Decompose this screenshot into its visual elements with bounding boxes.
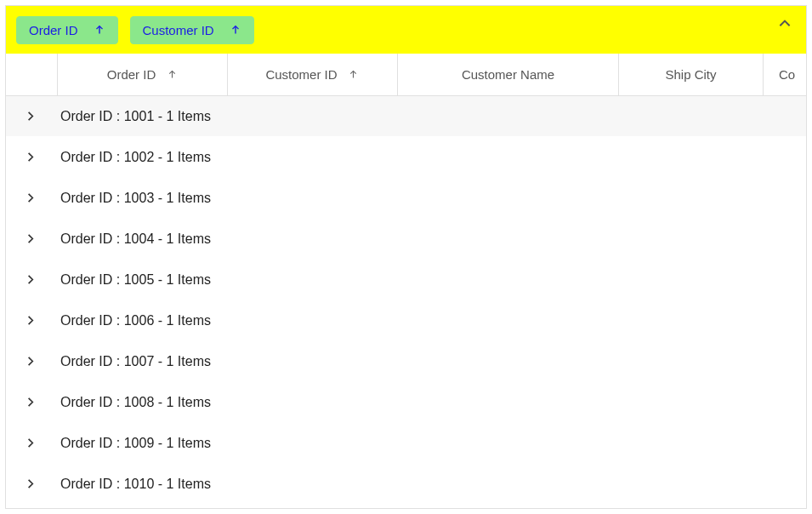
sort-asc-icon <box>348 69 360 81</box>
expand-toggle[interactable] <box>6 396 54 409</box>
group-row[interactable]: Order ID : 1002 - 1 Items <box>6 137 806 178</box>
expand-toggle[interactable] <box>6 191 54 205</box>
column-header-label: Order ID <box>107 67 156 82</box>
chevron-right-icon <box>23 437 37 450</box>
group-caption: Order ID : 1009 - 1 Items <box>54 436 806 451</box>
group-indent-cell <box>31 54 57 95</box>
expand-toggle[interactable] <box>6 151 54 164</box>
group-row[interactable]: Order ID : 1004 - 1 Items <box>6 219 806 260</box>
group-row[interactable]: Order ID : 1003 - 1 Items <box>6 178 806 219</box>
column-header-row: Order ID Customer ID Customer Name Ship … <box>6 54 806 96</box>
group-row[interactable]: Order ID : 1010 - 1 Items <box>6 464 806 505</box>
sort-asc-icon <box>230 24 241 36</box>
group-chip-order-id[interactable]: Order ID <box>16 16 118 44</box>
group-caption: Order ID : 1005 - 1 Items <box>54 272 806 288</box>
chevron-right-icon <box>23 232 37 246</box>
data-grid: Order ID Customer ID Order ID <box>5 5 807 509</box>
column-header-customer-name[interactable]: Customer Name <box>397 54 618 95</box>
group-row[interactable]: Order ID : 1009 - 1 Items <box>6 423 806 464</box>
chevron-right-icon <box>23 477 37 491</box>
chevron-right-icon <box>23 396 37 409</box>
column-header-country[interactable]: Co <box>763 54 807 95</box>
group-row[interactable]: Order ID : 1008 - 1 Items <box>6 382 806 423</box>
collapse-all-icon[interactable] <box>777 16 792 31</box>
group-caption: Order ID : 1003 - 1 Items <box>54 191 806 206</box>
group-caption: Order ID : 1007 - 1 Items <box>54 354 806 369</box>
column-header-label: Ship City <box>665 67 716 82</box>
chevron-right-icon <box>23 355 37 368</box>
expand-toggle[interactable] <box>6 437 54 450</box>
expand-toggle[interactable] <box>6 110 54 123</box>
group-chip-label: Customer ID <box>143 23 214 37</box>
group-indent-cell <box>6 54 31 95</box>
group-row[interactable]: Order ID : 1001 - 1 Items <box>6 96 806 137</box>
column-header-ship-city[interactable]: Ship City <box>618 54 763 95</box>
chevron-right-icon <box>23 314 37 328</box>
chevron-right-icon <box>23 273 37 287</box>
chevron-right-icon <box>23 191 37 205</box>
sort-asc-icon <box>94 24 105 36</box>
group-caption: Order ID : 1008 - 1 Items <box>54 395 806 410</box>
column-header-label: Co <box>779 67 795 82</box>
group-caption: Order ID : 1001 - 1 Items <box>54 109 806 124</box>
sort-asc-icon <box>166 69 178 81</box>
expand-toggle[interactable] <box>6 232 54 246</box>
group-caption: Order ID : 1010 - 1 Items <box>54 477 806 492</box>
group-caption: Order ID : 1006 - 1 Items <box>54 313 806 328</box>
group-caption: Order ID : 1002 - 1 Items <box>54 150 806 165</box>
column-header-label: Customer Name <box>462 67 554 82</box>
column-header-customer-id[interactable]: Customer ID <box>227 54 397 95</box>
group-row[interactable]: Order ID : 1005 - 1 Items <box>6 260 806 300</box>
chevron-right-icon <box>23 110 37 123</box>
expand-toggle[interactable] <box>6 314 54 328</box>
group-row[interactable]: Order ID : 1007 - 1 Items <box>6 341 806 382</box>
column-header-label: Customer ID <box>265 67 337 82</box>
group-chip-label: Order ID <box>29 23 78 37</box>
expand-toggle[interactable] <box>6 477 54 491</box>
group-caption: Order ID : 1004 - 1 Items <box>54 231 806 247</box>
group-rows-container: Order ID : 1001 - 1 ItemsOrder ID : 1002… <box>6 96 806 505</box>
column-header-order-id[interactable]: Order ID <box>57 54 227 95</box>
expand-toggle[interactable] <box>6 355 54 368</box>
expand-toggle[interactable] <box>6 273 54 287</box>
group-row[interactable]: Order ID : 1006 - 1 Items <box>6 300 806 341</box>
group-chip-customer-id[interactable]: Customer ID <box>130 16 254 44</box>
group-drop-area[interactable]: Order ID Customer ID <box>6 6 806 54</box>
chevron-right-icon <box>23 151 37 164</box>
